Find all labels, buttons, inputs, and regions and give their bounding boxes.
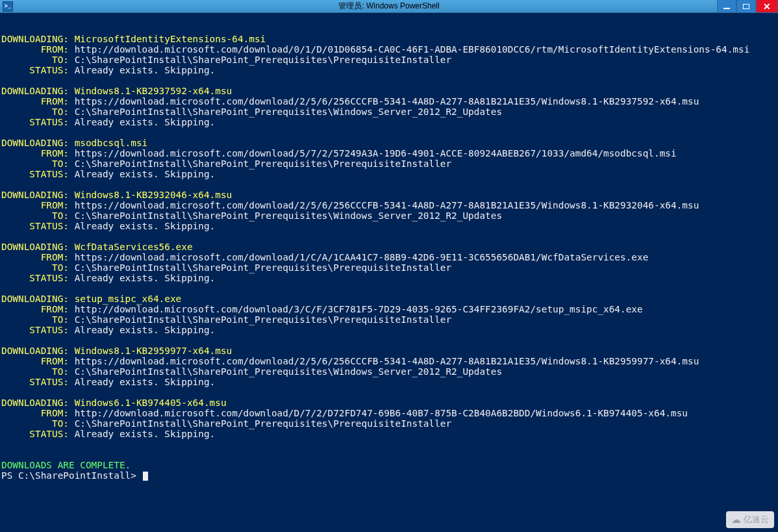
window-titlebar[interactable]: >_ 管理员: Windows PowerShell ✕: [0, 0, 778, 13]
maximize-icon: [743, 4, 749, 9]
powershell-icon: >_: [3, 1, 13, 12]
close-button[interactable]: ✕: [756, 0, 778, 12]
terminal-text: DOWNLOADING: MicrosoftIdentityExtensions…: [0, 23, 778, 481]
cloud-icon: ☁: [731, 514, 741, 526]
watermark-badge: ☁ 亿速云: [726, 511, 774, 528]
watermark-text: 亿速云: [744, 514, 769, 526]
terminal-output[interactable]: DOWNLOADING: MicrosoftIdentityExtensions…: [0, 13, 778, 532]
minimize-button[interactable]: [717, 0, 736, 12]
window-title: 管理员: Windows PowerShell: [338, 1, 439, 12]
minimize-icon: [723, 8, 730, 9]
close-icon: ✕: [763, 2, 771, 11]
maximize-button[interactable]: [736, 0, 756, 12]
window-controls: ✕: [717, 0, 778, 13]
